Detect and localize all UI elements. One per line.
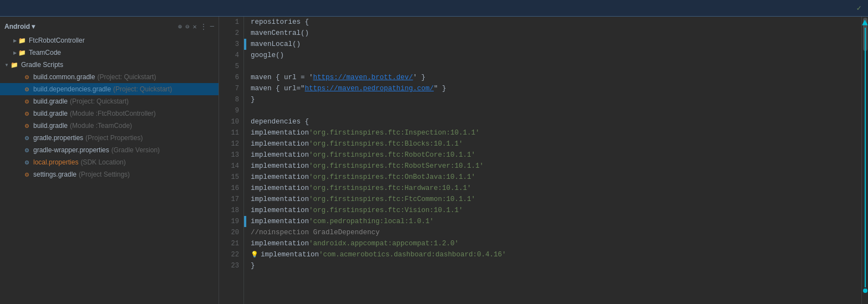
plain-token: implementation — [251, 150, 309, 161]
code-line-23: } — [251, 260, 857, 271]
code-line-6: maven { url = 'https://maven.brott.dev/'… — [251, 72, 857, 83]
sidebar-item-settings-gradle[interactable]: ⚙ settings.gradle (Project Settings) — [0, 168, 219, 181]
url-link[interactable]: https://maven.brott.dev/ — [313, 72, 413, 83]
plain-token: implementation — [251, 183, 309, 194]
string-token: 'org.firstinspires.ftc:Blocks:10.1.1' — [309, 138, 463, 150]
bulb-icon[interactable]: 💡 — [251, 249, 258, 260]
gradle-icon: ⚙ — [22, 97, 31, 106]
plain-token: implementation — [251, 127, 309, 138]
plain-token: implementation — [251, 172, 309, 183]
item-label: build.common.gradle — [33, 73, 95, 81]
item-label: gradle-wrapper.properties — [33, 146, 109, 154]
scrollbar[interactable]: ▲ — [861, 17, 868, 304]
item-label: build.dependencies.gradle — [33, 85, 111, 93]
string-token: 'com.acmerobotics.dashboard:dashboard:0.… — [319, 249, 506, 260]
item-detail: (Gradle Version) — [111, 146, 160, 154]
code-line-8: } — [251, 94, 857, 105]
scroll-dot — [863, 288, 867, 293]
code-content[interactable]: repositories { mavenCentral() mavenLocal… — [246, 17, 861, 304]
plain-token: } — [251, 94, 255, 105]
code-line-17: implementation 'org.firstinspires.ftc:Ft… — [251, 194, 857, 205]
sidebar-item-build-gradle-project[interactable]: ⚙ build.gradle (Project: Quickstart) — [0, 95, 219, 107]
plain-token: implementation — [251, 194, 309, 205]
folder-icon: 📁 — [10, 60, 19, 69]
add-icon[interactable]: ⊕ — [178, 23, 182, 31]
plain-token: mavenCentral() — [251, 28, 309, 39]
gradle-icon: ⚙ — [22, 170, 31, 179]
plain-token: maven { url=" — [251, 83, 305, 94]
properties-icon: ⚙ — [22, 158, 31, 167]
sidebar-item-build-gradle-teamcode[interactable]: ⚙ build.gradle (Module :TeamCode) — [0, 120, 219, 132]
code-line-9 — [251, 105, 857, 116]
string-token: 'org.firstinspires.ftc:RobotServer:10.1.… — [309, 161, 484, 172]
check-icon[interactable]: ✓ — [857, 3, 861, 13]
editor-area: 1234567891011121314151617181920212223 re… — [219, 17, 868, 304]
sidebar-item-gradle-wrapper[interactable]: ⚙ gradle-wrapper.properties (Gradle Vers… — [0, 144, 219, 156]
code-line-1: repositories { — [251, 17, 857, 28]
code-line-3: mavenLocal() — [251, 39, 857, 50]
code-line-10: dependencies { — [251, 116, 857, 127]
code-line-5 — [251, 61, 857, 72]
plain-token: implementation — [251, 238, 309, 249]
close-icon[interactable]: ✕ — [193, 23, 197, 31]
folder-icon: 📁 — [18, 36, 27, 45]
main-area: Android ▾ ⊕ ⊖ ✕ ⋮ — ▶ 📁 FtcRobotControll… — [0, 17, 868, 304]
code-line-4: google() — [251, 50, 857, 61]
more-icon[interactable]: ⋮ — [200, 23, 207, 31]
code-line-22: 💡 implementation 'com.acmerobotics.dashb… — [251, 249, 857, 260]
sidebar-item-gradle-properties[interactable]: ⚙ gradle.properties (Project Properties) — [0, 132, 219, 144]
properties-icon: ⚙ — [22, 133, 31, 142]
sidebar-item-build-gradle-ftc[interactable]: ⚙ build.gradle (Module :FtcRobotControll… — [0, 107, 219, 120]
gradle-icon: ⚙ — [22, 121, 31, 130]
plain-token: implementation — [251, 216, 309, 227]
code-line-21: implementation 'androidx.appcompat:appco… — [251, 238, 857, 249]
item-detail: (Project: Quickstart) — [97, 73, 156, 81]
plain-token: maven { url = ' — [251, 72, 313, 83]
android-dropdown[interactable]: Android ▾ — [4, 23, 35, 30]
plain-token: " } — [434, 83, 446, 94]
plain-token: implementation — [251, 138, 309, 150]
code-line-11: implementation 'org.firstinspires.ftc:In… — [251, 127, 857, 138]
gradle-icon: ⚙ — [22, 85, 31, 94]
code-line-2: mavenCentral() — [251, 28, 857, 39]
item-label: build.gradle — [33, 110, 68, 117]
item-label: Gradle Scripts — [21, 61, 63, 69]
properties-icon: ⚙ — [22, 146, 31, 154]
plain-token: } — [251, 260, 255, 271]
string-token: 'org.firstinspires.ftc:Vision:10.1.1' — [309, 205, 463, 216]
folder-icon: 📁 — [18, 48, 27, 57]
scroll-line — [865, 28, 866, 287]
code-line-12: implementation 'org.firstinspires.ftc:Bl… — [251, 138, 857, 150]
sidebar-item-gradle-scripts[interactable]: ▼ 📁 Gradle Scripts — [0, 59, 219, 71]
sidebar-item-ftcrobotcontroller[interactable]: ▶ 📁 FtcRobotController — [0, 34, 219, 47]
string-token: 'com.pedropathing:local:1.0.1' — [309, 216, 434, 227]
scroll-up-arrow-icon[interactable]: ▲ — [862, 18, 868, 28]
code-line-13: implementation 'org.firstinspires.ftc:Ro… — [251, 150, 857, 161]
code-line-14: implementation 'org.firstinspires.ftc:Ro… — [251, 161, 857, 172]
url-link[interactable]: https://maven.pedropathing.com/ — [305, 83, 434, 94]
string-token: 'org.firstinspires.ftc:OnBotJava:10.1.1' — [309, 172, 475, 183]
plain-token: implementation — [251, 161, 309, 172]
item-detail: (SDK Location) — [80, 158, 125, 166]
plain-token: dependencies { — [251, 116, 309, 127]
sidebar-item-build-common[interactable]: ⚙ build.common.gradle (Project: Quicksta… — [0, 71, 219, 83]
item-detail: (Project Properties) — [85, 134, 143, 142]
plain-token: mavenLocal() — [251, 39, 301, 50]
item-detail: (Module :FtcRobotController) — [70, 110, 156, 117]
minimize-icon[interactable]: — — [210, 23, 214, 30]
item-detail: (Project: Quickstart) — [113, 85, 172, 93]
string-token: 'org.firstinspires.ftc:RobotCore:10.1.1' — [309, 150, 475, 161]
item-detail: (Project Settings) — [79, 171, 130, 178]
string-token: 'org.firstinspires.ftc:Hardware:10.1.1' — [309, 183, 471, 194]
sidebar-item-build-dependencies[interactable]: ⚙ build.dependencies.gradle (Project: Qu… — [0, 83, 219, 95]
comment-token: //noinspection GradleDependency — [251, 227, 380, 238]
code-line-18: implementation 'org.firstinspires.ftc:Vi… — [251, 205, 857, 216]
header-icons: ⊕ ⊖ ✕ ⋮ — — [178, 23, 214, 31]
sync-icon[interactable]: ⊖ — [185, 23, 189, 31]
plain-token: implementation — [251, 205, 309, 216]
item-label: local.properties — [33, 158, 78, 166]
item-detail: (Module :TeamCode) — [70, 122, 132, 130]
sidebar-item-teamcode[interactable]: ▶ 📁 TeamCode — [0, 47, 219, 59]
sidebar-item-local-properties[interactable]: ⚙ local.properties (SDK Location) — [0, 156, 219, 168]
expand-arrow: ▶ — [13, 50, 17, 55]
